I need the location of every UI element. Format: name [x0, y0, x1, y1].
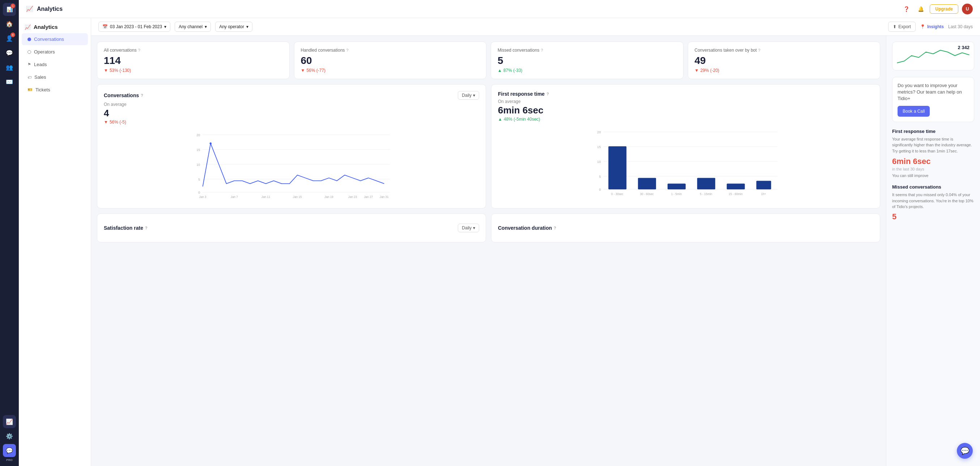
insights-frt-period: in the last 30 days	[892, 167, 974, 171]
user-avatar[interactable]: U	[962, 4, 973, 14]
help-icon[interactable]: ❓	[901, 4, 912, 14]
charts-row: Conversations ? Daily ▾ On average 4	[97, 84, 880, 208]
satisfaction-period-select[interactable]: Daily ▾	[458, 223, 479, 232]
stats-row: All conversations ? 114 ▼ 53% (-130)	[97, 41, 880, 79]
home-nav-icon[interactable]: 🏠	[3, 17, 16, 30]
frt-chart-header: First response time ?	[498, 91, 873, 97]
contacts-badge: 8	[11, 33, 15, 37]
conv-avg-change: ▼ 56% (-5)	[104, 120, 479, 125]
frt-up-arrow-icon: ▲	[498, 117, 502, 122]
notifications-icon[interactable]: 🔔	[915, 4, 926, 14]
stat-handled-conversations: Handled conversations ? 60 ▼ 56% (-77)	[294, 41, 487, 79]
bot-conv-arrow-icon: ▼	[695, 68, 699, 73]
satisfaction-chart-title: Satisfaction rate ?	[104, 225, 148, 231]
nav-tickets[interactable]: 🎫 Tickets	[22, 84, 88, 96]
operator-filter[interactable]: Any operator ▾	[215, 22, 252, 32]
support-nav-icon[interactable]: 💬	[3, 444, 16, 457]
missed-conv-arrow-icon: ▲	[498, 68, 502, 73]
insights-label: Insights	[927, 24, 944, 29]
nav-tickets-icon: 🎫	[27, 87, 33, 92]
conv-duration-help-icon[interactable]: ?	[554, 226, 556, 230]
bottom-charts-row: Satisfaction rate ? Daily ▾ Conversation…	[97, 214, 880, 243]
chat-fab-icon: 💬	[961, 447, 969, 455]
first-response-chart-card: First response time ? On average 6min 6s…	[491, 84, 880, 208]
stat-handled-value: 60	[301, 55, 480, 67]
export-icon: ⬆	[893, 24, 896, 29]
all-conv-help-icon[interactable]: ?	[138, 48, 140, 52]
export-button[interactable]: ⬆ Export	[888, 22, 916, 32]
content-area: All conversations ? 114 ▼ 53% (-130)	[91, 36, 980, 466]
stat-handled-change: ▼ 56% (-77)	[301, 68, 480, 73]
upgrade-button[interactable]: Upgrade	[930, 4, 958, 14]
analytics-nav-icon[interactable]: 📊 1	[3, 3, 16, 16]
conv-chart-title: Conversations ?	[104, 92, 143, 98]
chat-fab-button[interactable]: 💬	[957, 443, 973, 459]
nav-operators[interactable]: Operators	[22, 46, 88, 58]
conversations-line-chart: 20 15 10 5 0	[104, 128, 479, 200]
users-nav-icon[interactable]: 👥	[3, 61, 16, 74]
frt-avg-label: On average	[498, 99, 873, 104]
frt-bar-3	[697, 178, 715, 189]
mail-nav-icon[interactable]: ✉️	[3, 75, 16, 88]
frt-avg-value: 6min 6sec	[498, 105, 873, 116]
contacts-nav-icon[interactable]: 👤 8	[3, 32, 16, 45]
analytics-trend-icon: 📈	[26, 5, 33, 12]
date-chevron-icon: ▾	[164, 24, 166, 29]
chat-nav-icon[interactable]: 💬	[3, 46, 16, 59]
channel-filter[interactable]: Any channel ▾	[175, 22, 211, 32]
bot-conv-help-icon[interactable]: ?	[758, 48, 760, 52]
stat-bot-value: 49	[695, 55, 874, 67]
left-nav: 📈 Analytics Conversations Operators ⚑ Le…	[19, 18, 91, 466]
last-period-label: Last 30 days	[948, 24, 973, 29]
svg-text:0: 0	[198, 191, 200, 194]
svg-text:Jan 19: Jan 19	[325, 195, 333, 199]
main-panel: All conversations ? 114 ▼ 53% (-130)	[91, 36, 886, 466]
settings-nav-icon[interactable]: ⚙️	[3, 430, 16, 442]
stat-missed-title: Missed conversations ?	[498, 48, 676, 53]
frt-avg-change: ▲ 48% (-5min 40sec)	[498, 117, 873, 122]
left-nav-header: 📈 Analytics	[19, 18, 91, 33]
svg-text:0: 0	[599, 188, 601, 192]
stat-all-value: 114	[104, 55, 283, 67]
analytics-badge: 1	[11, 4, 15, 8]
icon-sidebar: 📊 1 🏠 👤 8 💬 👥 ✉️ 📈 ⚙️ 💬 PRO	[0, 0, 19, 466]
satisfaction-chart-card: Satisfaction rate ? Daily ▾	[97, 214, 486, 243]
handled-conv-help-icon[interactable]: ?	[347, 48, 348, 52]
handled-conv-arrow-icon: ▼	[301, 68, 305, 73]
channel-chevron-icon: ▾	[205, 24, 207, 29]
frt-chart-help-icon[interactable]: ?	[546, 92, 549, 96]
filter-bar: 📅 03 Jan 2023 - 01 Feb 2023 ▾ Any channe…	[91, 18, 980, 36]
missed-conv-help-icon[interactable]: ?	[541, 48, 543, 52]
date-range-filter[interactable]: 📅 03 Jan 2023 - 01 Feb 2023 ▾	[99, 22, 170, 32]
svg-text:Jan 23: Jan 23	[348, 195, 357, 199]
svg-text:Jan 11: Jan 11	[261, 195, 270, 199]
satisfaction-help-icon[interactable]: ?	[145, 226, 148, 230]
insights-missed-value: 5	[892, 212, 974, 222]
stat-all-title: All conversations ?	[104, 48, 283, 53]
conv-down-arrow-icon: ▼	[104, 120, 108, 125]
nav-leads[interactable]: ⚑ Leads	[22, 59, 88, 70]
svg-text:5: 5	[599, 175, 601, 178]
insights-missed-desc: It seems that you missed only 0.04% of y…	[892, 192, 974, 210]
insights-mini-chart: 2 342	[892, 41, 974, 70]
nav-sales-icon: 🏷	[27, 75, 32, 79]
conv-period-select[interactable]: Daily ▾	[458, 91, 479, 100]
svg-text:20: 20	[196, 133, 200, 137]
channel-value: Any channel	[179, 24, 202, 29]
satisfaction-chevron-icon: ▾	[473, 225, 475, 230]
insights-button[interactable]: 📍 Insights	[920, 24, 944, 29]
svg-text:15 - 60min: 15 - 60min	[729, 193, 743, 196]
conv-period-chevron: ▾	[473, 93, 475, 98]
trending-nav-icon[interactable]: 📈	[3, 415, 16, 428]
svg-text:5: 5	[198, 178, 200, 181]
nav-operators-icon	[27, 50, 31, 54]
nav-leads-icon: ⚑	[27, 62, 31, 67]
nav-conversations[interactable]: Conversations	[22, 33, 88, 45]
export-label: Export	[898, 24, 911, 29]
conv-chart-help-icon[interactable]: ?	[141, 93, 143, 98]
svg-text:Jan 27: Jan 27	[364, 195, 373, 199]
main-content: 📅 03 Jan 2023 - 01 Feb 2023 ▾ Any channe…	[91, 18, 980, 466]
nav-tickets-label: Tickets	[35, 87, 50, 92]
book-call-button[interactable]: Book a Call	[897, 106, 930, 117]
nav-sales[interactable]: 🏷 Sales	[22, 71, 88, 83]
